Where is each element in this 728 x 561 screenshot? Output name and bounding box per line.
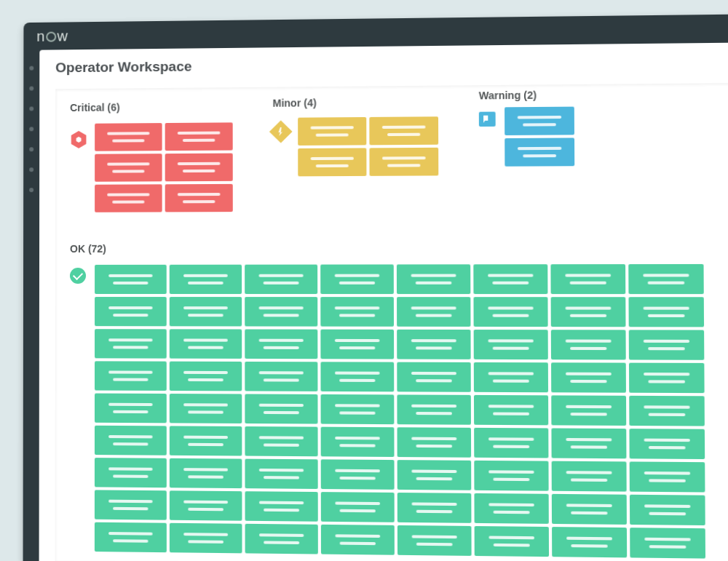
status-card-ok[interactable] [321, 525, 395, 555]
rail-dot[interactable] [29, 106, 33, 111]
status-card-critical[interactable] [165, 122, 233, 151]
status-card-minor[interactable] [298, 117, 366, 146]
status-card-minor[interactable] [298, 148, 366, 176]
status-card-ok[interactable] [245, 265, 317, 294]
status-card-ok[interactable] [397, 427, 472, 458]
status-card-ok[interactable] [320, 330, 394, 359]
status-card-ok[interactable] [550, 264, 625, 294]
status-card-ok[interactable] [95, 394, 167, 423]
status-card-ok[interactable] [321, 492, 395, 522]
status-card-ok[interactable] [629, 330, 705, 359]
status-card-ok[interactable] [170, 394, 242, 423]
status-card-ok[interactable] [321, 427, 395, 457]
status-card-ok[interactable] [474, 493, 548, 524]
status-card-ok[interactable] [552, 527, 627, 557]
status-card-ok[interactable] [551, 362, 626, 392]
status-card-ok[interactable] [630, 461, 705, 492]
status-card-minor[interactable] [369, 148, 438, 176]
status-card-ok[interactable] [245, 459, 317, 489]
status-card-ok[interactable] [95, 297, 167, 326]
status-card-ok[interactable] [320, 264, 394, 294]
rail-dot[interactable] [29, 188, 33, 192]
status-card-ok[interactable] [474, 362, 548, 392]
status-card-ok[interactable] [95, 458, 167, 488]
rail-dot[interactable] [29, 147, 33, 151]
status-card-ok[interactable] [245, 524, 318, 554]
status-card-ok[interactable] [95, 329, 167, 358]
rail-dot[interactable] [29, 87, 33, 91]
rail-dot[interactable] [29, 66, 33, 71]
status-card-ok[interactable] [630, 495, 705, 525]
monitor-frame: nw Operator Workspace Critical (6) Minor… [23, 14, 728, 561]
status-card-ok[interactable] [95, 361, 167, 391]
status-card-ok[interactable] [629, 429, 705, 459]
status-card-ok[interactable] [245, 491, 318, 522]
status-card-ok[interactable] [473, 264, 547, 294]
status-card-critical[interactable] [95, 184, 162, 212]
status-card-minor[interactable] [369, 116, 438, 145]
status-card-ok[interactable] [473, 297, 547, 327]
status-card-ok[interactable] [397, 264, 470, 294]
status-card-ok[interactable] [551, 395, 626, 426]
rail-dot[interactable] [29, 127, 33, 131]
status-card-ok[interactable] [630, 528, 705, 558]
status-card-ok[interactable] [474, 330, 548, 359]
status-card-ok[interactable] [397, 394, 471, 424]
status-card-ok[interactable] [397, 362, 471, 392]
status-card-ok[interactable] [320, 297, 394, 327]
status-card-ok[interactable] [95, 265, 167, 294]
status-card-ok[interactable] [245, 297, 317, 327]
status-card-ok[interactable] [170, 265, 242, 294]
app-logo: nw [36, 28, 68, 44]
status-card-ok[interactable] [474, 428, 548, 458]
status-card-ok[interactable] [628, 264, 704, 294]
status-card-ok[interactable] [474, 461, 548, 491]
page-title: Operator Workspace [55, 59, 191, 76]
status-card-ok[interactable] [321, 459, 395, 490]
status-card-ok[interactable] [321, 394, 395, 424]
status-card-ok[interactable] [320, 362, 394, 391]
status-card-ok[interactable] [551, 297, 626, 327]
status-panel: Critical (6) Minor (4) Warning (2) OK (7… [55, 83, 728, 561]
status-card-critical[interactable] [165, 184, 233, 212]
status-card-ok[interactable] [170, 297, 242, 326]
status-card-critical[interactable] [95, 154, 162, 182]
group-label-minor: Minor (4) [272, 97, 316, 109]
status-card-ok[interactable] [170, 490, 242, 520]
rail-dot[interactable] [29, 167, 33, 172]
status-card-ok[interactable] [170, 329, 242, 359]
status-card-ok[interactable] [245, 426, 317, 456]
status-card-ok[interactable] [170, 523, 242, 554]
status-card-ok[interactable] [629, 396, 705, 426]
status-card-critical[interactable] [165, 154, 233, 182]
status-card-critical[interactable] [95, 123, 162, 151]
status-card-ok[interactable] [95, 426, 167, 455]
status-card-ok[interactable] [397, 330, 470, 359]
status-card-ok[interactable] [397, 525, 472, 556]
status-card-ok[interactable] [475, 526, 549, 557]
status-card-ok[interactable] [397, 460, 472, 490]
ok-grid [95, 264, 705, 559]
status-card-warning[interactable] [505, 138, 574, 166]
status-card-ok[interactable] [629, 363, 705, 394]
status-card-ok[interactable] [245, 362, 317, 391]
status-card-ok[interactable] [170, 426, 242, 455]
status-card-ok[interactable] [552, 494, 627, 525]
critical-hexagon-icon [70, 131, 87, 148]
status-card-ok[interactable] [95, 522, 167, 552]
status-card-ok[interactable] [628, 297, 704, 327]
status-card-warning[interactable] [505, 107, 574, 135]
group-label-critical: Critical (6) [70, 101, 120, 114]
status-card-ok[interactable] [552, 461, 627, 492]
status-card-ok[interactable] [397, 297, 470, 327]
status-card-ok[interactable] [170, 458, 242, 488]
status-card-ok[interactable] [95, 490, 167, 520]
status-card-ok[interactable] [245, 394, 317, 423]
group-label-ok: OK (72) [70, 243, 106, 255]
status-card-ok[interactable] [551, 330, 626, 359]
status-card-ok[interactable] [551, 428, 626, 458]
status-card-ok[interactable] [170, 362, 242, 391]
status-card-ok[interactable] [474, 395, 548, 425]
status-card-ok[interactable] [397, 493, 472, 523]
status-card-ok[interactable] [245, 330, 317, 359]
